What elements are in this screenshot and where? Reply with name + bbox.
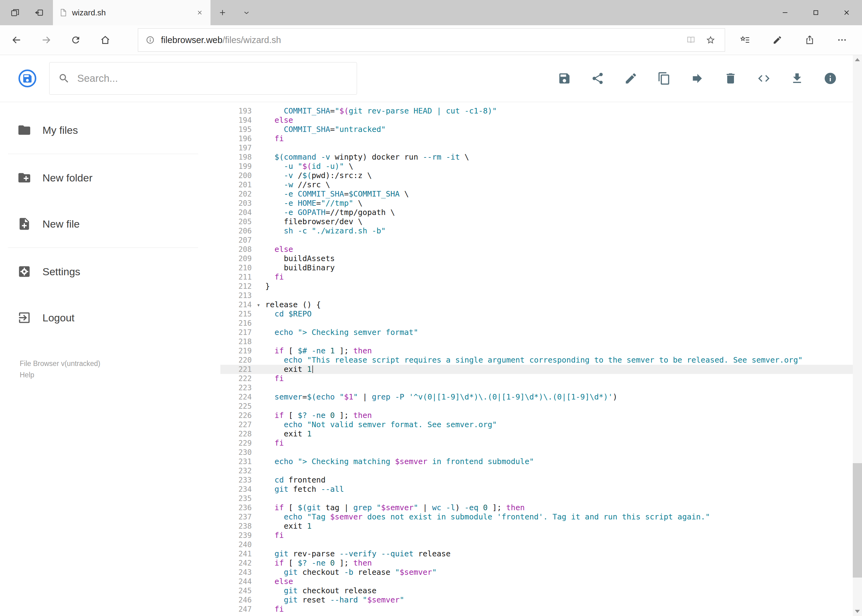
code-line[interactable]: 211 fi [221, 272, 853, 282]
code-line[interactable]: 203 -e HOME="//tmp" \ [221, 199, 853, 208]
sidebar-item-settings[interactable]: Settings [0, 248, 221, 295]
code-line[interactable]: 219 if [ $# -ne 1 ]; then [221, 346, 853, 355]
code-line[interactable]: 229 fi [221, 438, 853, 448]
code-line[interactable]: 213 [221, 291, 853, 300]
code-line[interactable]: 205 filebrowser/dev \ [221, 217, 853, 226]
code-line[interactable]: 212} [221, 282, 853, 291]
fold-toggle-icon[interactable]: ▾ [252, 300, 265, 310]
editor-mode-button[interactable] [752, 66, 776, 90]
code-line[interactable]: 207 [221, 236, 853, 245]
more-options-button[interactable] [830, 25, 854, 55]
code-line[interactable]: 236 if [ $(git tag | grep "$semver" | wc… [221, 503, 853, 512]
site-info-button[interactable] [145, 35, 155, 45]
code-line[interactable]: 210 buildBinary [221, 263, 853, 272]
help-link[interactable]: Help [20, 369, 221, 381]
download-button[interactable] [785, 66, 809, 90]
browser-tab[interactable]: wizard.sh [53, 0, 211, 25]
code-line[interactable]: 218 [221, 337, 853, 346]
code-line[interactable]: 196 fi [221, 134, 853, 143]
code-line[interactable]: 216 [221, 319, 853, 328]
maximize-button[interactable] [801, 0, 831, 25]
code-line[interactable]: 242 if [ $? -ne 0 ]; then [221, 558, 853, 568]
move-button[interactable] [686, 66, 709, 90]
address-bar[interactable]: filebrowser.web/files/wizard.sh [138, 28, 725, 52]
code-line[interactable]: 231 echo "> Checking matching $semver in… [221, 457, 853, 466]
close-window-button[interactable] [831, 0, 862, 25]
code-line[interactable]: 206 sh -c "./wizard.sh -b" [221, 226, 853, 236]
code-line[interactable]: 221 exit 1 [221, 365, 853, 374]
code-line[interactable]: 202 -e COMMIT_SHA=$COMMIT_SHA \ [221, 189, 853, 199]
search-input[interactable] [77, 72, 348, 84]
code-line[interactable]: 214▾release () { [221, 300, 853, 310]
code-line[interactable]: 224 semver=$(echo "$1" | grep -P '^v(0|[… [221, 393, 853, 402]
sidebar-item-new-folder[interactable]: New folder [0, 155, 221, 201]
copy-button[interactable] [652, 66, 676, 90]
code-line[interactable]: 245 git checkout release [221, 586, 853, 596]
refresh-button[interactable] [61, 25, 90, 55]
save-button[interactable] [552, 66, 577, 90]
code-line[interactable]: 230 [221, 448, 853, 457]
code-line[interactable]: 199 -u "$(id -u)" \ [221, 162, 853, 171]
code-line[interactable]: 241 git rev-parse --verify --quiet relea… [221, 549, 853, 558]
share-page-button[interactable] [797, 25, 822, 55]
code-line[interactable]: 200 -v /$(pwd):/src:z \ [221, 171, 853, 180]
code-line[interactable]: 223 [221, 383, 853, 393]
code-line[interactable]: 225 [221, 402, 853, 411]
code-line[interactable]: 244 else [221, 577, 853, 586]
scroll-down-button[interactable] [853, 607, 862, 616]
delete-button[interactable] [719, 66, 742, 90]
code-line[interactable]: 226 if [ $? -ne 0 ]; then [221, 411, 853, 420]
code-editor[interactable]: 193 COMMIT_SHA="$(git rev-parse HEAD | c… [221, 102, 853, 616]
code-line[interactable]: 234 git fetch --all [221, 485, 853, 494]
tab-preview-toggle-button[interactable] [235, 0, 258, 25]
code-line[interactable]: 233 cd frontend [221, 475, 853, 485]
code-line[interactable]: 209 buildAssets [221, 254, 853, 263]
rename-button[interactable] [619, 66, 643, 90]
code-line[interactable]: 194 else [221, 116, 853, 125]
annotate-button[interactable] [765, 25, 790, 55]
code-line[interactable]: 237 echo "Tag $semver does not exist in … [221, 512, 853, 522]
app-logo[interactable] [19, 69, 36, 87]
code-line[interactable]: 238 exit 1 [221, 522, 853, 531]
code-line[interactable]: 246 git reset --hard "$semver" [221, 596, 853, 605]
code-line[interactable]: 235 [221, 494, 853, 503]
code-line[interactable]: 217 echo "> Checking semver format" [221, 328, 853, 337]
sidebar-item-new-file[interactable]: New file [0, 201, 221, 247]
back-button[interactable] [2, 25, 32, 55]
code-line[interactable]: 204 -e GOPATH=//tmp/gopath \ [221, 208, 853, 217]
page-scrollbar[interactable] [853, 55, 862, 616]
code-line[interactable]: 220 echo "This release script requires a… [221, 355, 853, 365]
code-line[interactable]: 195 COMMIT_SHA="untracked" [221, 125, 853, 134]
scroll-up-button[interactable] [853, 55, 862, 64]
sidebar-item-my-files[interactable]: My files [0, 107, 221, 153]
code-line[interactable]: 243 git checkout -b release "$semver" [221, 568, 853, 577]
favorites-hub-button[interactable] [733, 25, 757, 55]
set-tabs-aside-button[interactable] [27, 0, 51, 25]
search-box[interactable] [49, 62, 357, 95]
code-line[interactable]: 232 [221, 466, 853, 475]
home-button[interactable] [90, 25, 120, 55]
code-line[interactable]: 201 -w //src \ [221, 180, 853, 189]
code-line[interactable]: 198 $(command -v winpty) docker run --rm… [221, 152, 853, 162]
forward-button[interactable] [32, 25, 61, 55]
scroll-thumb[interactable] [853, 463, 862, 578]
share-button[interactable] [586, 66, 610, 90]
code-line[interactable]: 197 [221, 143, 853, 152]
code-line[interactable]: 227 echo "Not valid semver format. See s… [221, 420, 853, 429]
code-line[interactable]: 193 COMMIT_SHA="$(git rev-parse HEAD | c… [221, 107, 853, 116]
new-tab-button[interactable] [211, 0, 235, 25]
sidebar-item-logout[interactable]: Logout [0, 295, 221, 341]
info-button[interactable] [818, 66, 842, 90]
reading-view-button[interactable] [684, 33, 698, 47]
code-line[interactable]: 228 exit 1 [221, 429, 853, 438]
tab-close-button[interactable] [195, 8, 204, 17]
code-line[interactable]: 222 fi [221, 374, 853, 383]
favorite-button[interactable] [704, 33, 717, 47]
code-line[interactable]: 208 else [221, 245, 853, 254]
code-line[interactable]: 239 fi [221, 531, 853, 540]
code-line[interactable]: 215 cd $REPO [221, 310, 853, 319]
code-line[interactable]: 247 fi [221, 605, 853, 614]
minimize-button[interactable] [770, 0, 801, 25]
code-line[interactable]: 240 [221, 540, 853, 549]
tabs-preview-button[interactable] [3, 0, 27, 25]
